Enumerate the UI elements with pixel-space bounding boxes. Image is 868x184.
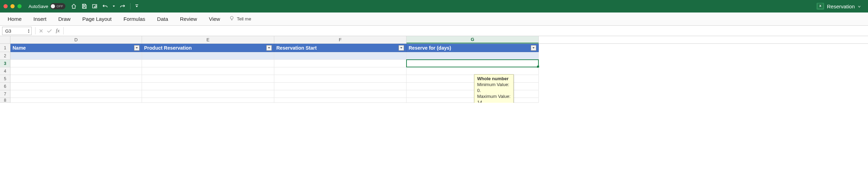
filter-dropdown-button[interactable]	[266, 45, 272, 51]
edit-icon[interactable]	[91, 3, 98, 10]
cell-d7[interactable]	[10, 90, 142, 98]
cell-f2[interactable]	[274, 52, 407, 60]
svg-rect-1	[135, 5, 138, 5]
tell-me-label: Tell me	[237, 16, 251, 22]
tab-formulas[interactable]: Formulas	[119, 13, 150, 25]
cell-f7[interactable]	[274, 90, 407, 98]
row-header-6[interactable]: 6	[0, 83, 10, 90]
cell-e2[interactable]	[142, 52, 274, 60]
cell-g6[interactable]	[407, 83, 539, 90]
stepper-down-icon: ▼	[27, 31, 30, 33]
titlebar: AutoSave OFF X Reservation	[0, 0, 868, 12]
home-icon[interactable]	[70, 3, 77, 10]
tab-home[interactable]: Home	[3, 13, 26, 25]
document-title[interactable]: X Reservation	[816, 3, 865, 10]
table-row: 6	[0, 83, 868, 90]
cell-f6[interactable]	[274, 83, 407, 90]
autosave-label: AutoSave	[29, 4, 48, 9]
formula-bar-separator-2	[63, 27, 64, 34]
name-box-value: G3	[5, 28, 26, 34]
cell-e5[interactable]	[142, 75, 274, 83]
redo-icon[interactable]	[119, 3, 126, 10]
toggle-knob-icon	[51, 4, 55, 8]
cell-d2[interactable]	[10, 52, 142, 60]
fx-button[interactable]: fx	[54, 26, 62, 36]
select-all-corner[interactable]	[0, 36, 10, 43]
header-label: Reserve for (days)	[409, 45, 451, 51]
tab-insert[interactable]: Insert	[29, 13, 52, 25]
stepper-up-icon: ▲	[27, 28, 30, 31]
cell-e6[interactable]	[142, 83, 274, 90]
tooltip-min-label: Minimum Value:	[477, 82, 511, 88]
cell-g2[interactable]	[407, 52, 539, 60]
filter-dropdown-button[interactable]	[531, 45, 536, 51]
autosave-state: OFF	[56, 5, 63, 8]
cell-g4[interactable]	[407, 67, 539, 75]
row-header-5[interactable]: 5	[0, 75, 10, 83]
cell-f5[interactable]	[274, 75, 407, 83]
close-window-button[interactable]	[3, 4, 8, 8]
row-header-2[interactable]: 2	[0, 52, 10, 60]
ribbon-tabs: Home Insert Draw Page Layout Formulas Da…	[0, 12, 868, 26]
undo-dropdown-icon[interactable]	[112, 3, 116, 10]
column-header-d[interactable]: D	[10, 36, 142, 43]
table-header-product-reservation[interactable]: Product Reservation	[142, 44, 274, 52]
column-header-f[interactable]: F	[274, 36, 407, 43]
row-header-7[interactable]: 7	[0, 90, 10, 98]
lightbulb-icon	[229, 16, 235, 22]
tab-draw[interactable]: Draw	[54, 13, 76, 25]
tab-page-layout[interactable]: Page Layout	[78, 13, 117, 25]
table-row: 8	[0, 98, 868, 103]
tooltip-min-value: 0.	[477, 88, 511, 94]
cell-g3[interactable]	[407, 60, 539, 67]
cell-d5[interactable]	[10, 75, 142, 83]
cancel-formula-button[interactable]	[37, 26, 45, 36]
tooltip-max-label: Maximum Value:	[477, 94, 511, 100]
name-box[interactable]: G3 ▲ ▼	[2, 27, 32, 35]
cell-d3[interactable]	[10, 60, 142, 67]
autosave-toggle[interactable]: OFF	[50, 3, 65, 9]
maximize-window-button[interactable]	[17, 4, 22, 8]
filter-dropdown-button[interactable]	[399, 45, 404, 51]
save-icon[interactable]	[81, 3, 88, 10]
accept-formula-button[interactable]	[45, 26, 54, 36]
cell-f4[interactable]	[274, 67, 407, 75]
cell-d4[interactable]	[10, 67, 142, 75]
header-label: Reservation Start	[276, 45, 317, 51]
minimize-window-button[interactable]	[10, 4, 15, 8]
filter-dropdown-button[interactable]	[134, 45, 140, 51]
cell-e3[interactable]	[142, 60, 274, 67]
name-box-stepper[interactable]: ▲ ▼	[27, 28, 30, 33]
column-header-g[interactable]: G	[407, 36, 539, 43]
cell-f3[interactable]	[274, 60, 407, 67]
row-header-3[interactable]: 3	[0, 60, 10, 67]
cell-e8[interactable]	[142, 98, 274, 103]
table-header-reservation-start[interactable]: Reservation Start	[274, 44, 407, 52]
cell-f8[interactable]	[274, 98, 407, 103]
table-header-reserve-for-days[interactable]: Reserve for (days)	[407, 44, 539, 52]
tell-me[interactable]: Tell me	[229, 16, 251, 22]
cell-g8[interactable]	[407, 98, 539, 103]
tab-view[interactable]: View	[204, 13, 225, 25]
row-header-4[interactable]: 4	[0, 67, 10, 75]
cell-e4[interactable]	[142, 67, 274, 75]
table-header-name[interactable]: Name	[10, 44, 142, 52]
cell-d8[interactable]	[10, 98, 142, 103]
header-label: Product Reservation	[144, 45, 192, 51]
formula-input[interactable]	[65, 26, 868, 36]
cell-g5[interactable]	[407, 75, 539, 83]
table-row: 7	[0, 90, 868, 98]
customize-qat-icon[interactable]	[135, 3, 139, 10]
cell-g7[interactable]	[407, 90, 539, 98]
tooltip-title: Whole number	[477, 76, 511, 82]
row-header-8[interactable]: 8	[0, 98, 10, 103]
undo-icon[interactable]	[102, 3, 109, 10]
cell-e7[interactable]	[142, 90, 274, 98]
tab-data[interactable]: Data	[152, 13, 173, 25]
row-header-1[interactable]: 1	[0, 44, 10, 52]
document-name: Reservation	[827, 3, 855, 9]
table-row: 5	[0, 75, 868, 83]
column-header-e[interactable]: E	[142, 36, 274, 43]
tab-review[interactable]: Review	[175, 13, 202, 25]
cell-d6[interactable]	[10, 83, 142, 90]
